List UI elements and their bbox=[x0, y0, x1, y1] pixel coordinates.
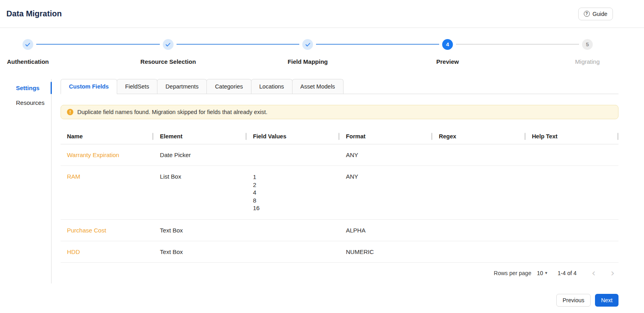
field-name-link[interactable]: Purchase Cost bbox=[67, 227, 106, 234]
step-label-migrating: Migrating bbox=[575, 58, 600, 65]
field-values-cell bbox=[247, 219, 340, 241]
rows-per-page-label: Rows per page bbox=[494, 270, 531, 276]
column-header-format: Format bbox=[340, 128, 432, 144]
field-values-cell: 1 2 4 8 16 bbox=[247, 166, 340, 220]
table-pagination: Rows per page 10 ▾ 1-4 of 4 ‹ › bbox=[61, 263, 618, 283]
table-row: Warranty Expiration Date Picker ANY bbox=[61, 144, 618, 166]
step-label-preview: Preview bbox=[436, 58, 459, 65]
check-icon bbox=[26, 43, 30, 47]
tab-departments[interactable]: Departments bbox=[157, 79, 207, 94]
content-area: Custom Fields FieldSets Departments Cate… bbox=[61, 79, 618, 283]
field-name-link[interactable]: Warranty Expiration bbox=[67, 152, 119, 158]
custom-fields-table: Name Element Field Values Format Regex H… bbox=[61, 128, 618, 263]
tab-asset-models[interactable]: Asset Models bbox=[292, 79, 344, 94]
help-text-cell bbox=[526, 219, 618, 241]
field-values-cell bbox=[247, 144, 340, 166]
table-row: Purchase Cost Text Box ALPHA bbox=[61, 219, 618, 241]
help-text-cell bbox=[526, 144, 618, 166]
element-cell: Date Picker bbox=[153, 144, 246, 166]
previous-button[interactable]: Previous bbox=[556, 294, 591, 307]
regex-cell bbox=[432, 219, 525, 241]
field-values-cell bbox=[247, 241, 340, 262]
help-text-cell bbox=[526, 166, 618, 220]
page-title: Data Migration bbox=[6, 9, 62, 18]
next-button[interactable]: Next bbox=[595, 294, 618, 307]
step-label-resource-selection: Resource Selection bbox=[140, 58, 196, 65]
tab-bar: Custom Fields FieldSets Departments Cate… bbox=[61, 79, 618, 94]
regex-cell bbox=[432, 241, 525, 262]
previous-page-button[interactable]: ‹ bbox=[592, 268, 596, 278]
caret-down-icon: ▾ bbox=[545, 270, 548, 276]
page-header: Data Migration ? Guide bbox=[0, 0, 644, 28]
format-cell: NUMERIC bbox=[340, 241, 432, 262]
step-connector-1 bbox=[36, 44, 160, 45]
column-header-field-values: Field Values bbox=[247, 128, 340, 144]
format-cell: ANY bbox=[340, 144, 432, 166]
check-icon bbox=[166, 43, 171, 47]
warning-icon: ! bbox=[67, 109, 73, 115]
column-header-name: Name bbox=[61, 128, 153, 144]
next-page-button[interactable]: › bbox=[611, 268, 615, 278]
regex-cell bbox=[432, 166, 525, 220]
wizard-actions: Previous Next bbox=[0, 294, 618, 307]
regex-cell bbox=[432, 144, 525, 166]
warning-banner: ! Duplicate field names found. Migration… bbox=[61, 105, 618, 119]
check-icon bbox=[305, 43, 310, 47]
main-area: Settings Resources Custom Fields FieldSe… bbox=[0, 79, 644, 283]
element-cell: Text Box bbox=[153, 241, 246, 262]
tab-fieldsets[interactable]: FieldSets bbox=[117, 79, 157, 94]
step-4-circle: 4 bbox=[442, 39, 453, 50]
step-2-circle bbox=[163, 39, 173, 50]
step-label-authentication: Authentication bbox=[7, 58, 49, 65]
step-5-number: 5 bbox=[586, 41, 589, 47]
field-name-link[interactable]: HDD bbox=[67, 248, 80, 255]
tab-categories[interactable]: Categories bbox=[206, 79, 251, 94]
step-4-number: 4 bbox=[446, 41, 449, 47]
format-cell: ALPHA bbox=[340, 219, 432, 241]
sidebar-item-resources[interactable]: Resources bbox=[0, 95, 51, 110]
column-header-element: Element bbox=[153, 128, 246, 144]
step-connector-3 bbox=[316, 44, 439, 45]
step-connector-2 bbox=[177, 44, 299, 45]
step-3-circle bbox=[302, 39, 313, 50]
rows-per-page-select[interactable]: 10 ▾ bbox=[537, 270, 547, 276]
tab-locations[interactable]: Locations bbox=[251, 79, 293, 94]
step-connector-4 bbox=[456, 44, 579, 45]
rows-per-page-value: 10 bbox=[537, 270, 543, 276]
format-cell: ANY bbox=[340, 166, 432, 220]
step-5-circle: 5 bbox=[582, 39, 593, 50]
warning-banner-text: Duplicate field names found. Migration s… bbox=[77, 109, 267, 115]
pagination-range: 1-4 of 4 bbox=[558, 270, 576, 276]
table-row: RAM List Box 1 2 4 8 16 ANY bbox=[61, 166, 618, 220]
column-header-help-text: Help Text bbox=[526, 128, 618, 144]
sidebar-item-settings[interactable]: Settings bbox=[0, 81, 51, 95]
step-label-field-mapping: Field Mapping bbox=[288, 58, 328, 65]
stepper: 4 5 Authentication Resource Selection Fi… bbox=[0, 39, 644, 73]
help-circle-icon: ? bbox=[584, 11, 590, 17]
table-row: HDD Text Box NUMERIC bbox=[61, 241, 618, 262]
element-cell: List Box bbox=[153, 166, 246, 220]
sidebar: Settings Resources bbox=[0, 79, 52, 283]
column-header-regex: Regex bbox=[432, 128, 525, 144]
table-header-row: Name Element Field Values Format Regex H… bbox=[61, 128, 618, 144]
step-1-circle bbox=[22, 39, 33, 50]
help-text-cell bbox=[526, 241, 618, 262]
guide-button-label: Guide bbox=[593, 11, 607, 17]
field-name-link[interactable]: RAM bbox=[67, 173, 80, 180]
tab-custom-fields[interactable]: Custom Fields bbox=[61, 79, 117, 94]
element-cell: Text Box bbox=[153, 219, 246, 241]
guide-button[interactable]: ? Guide bbox=[578, 8, 613, 20]
